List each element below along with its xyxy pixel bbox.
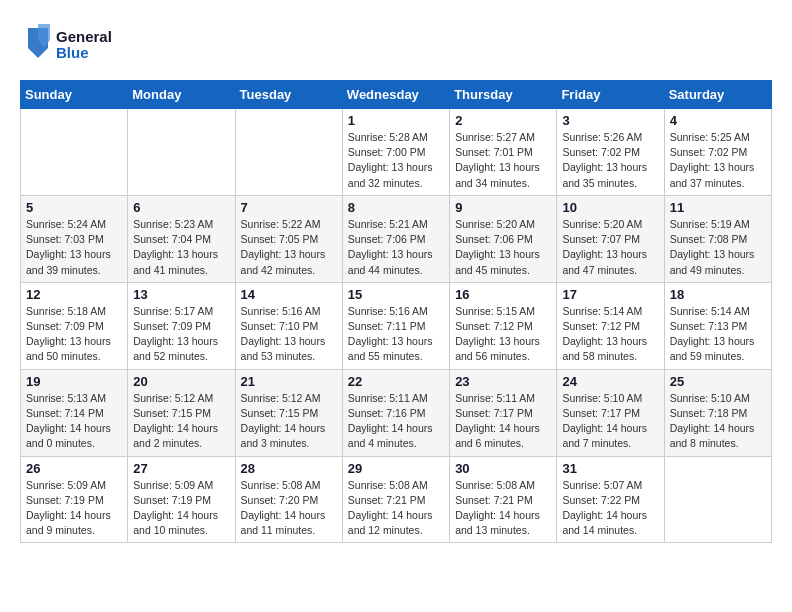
calendar-cell xyxy=(21,109,128,196)
calendar-cell: 27Sunrise: 5:09 AM Sunset: 7:19 PM Dayli… xyxy=(128,456,235,543)
svg-text:Blue: Blue xyxy=(56,44,89,61)
day-info: Sunrise: 5:16 AM Sunset: 7:11 PM Dayligh… xyxy=(348,304,444,365)
calendar-cell: 13Sunrise: 5:17 AM Sunset: 7:09 PM Dayli… xyxy=(128,282,235,369)
day-info: Sunrise: 5:18 AM Sunset: 7:09 PM Dayligh… xyxy=(26,304,122,365)
day-info: Sunrise: 5:11 AM Sunset: 7:16 PM Dayligh… xyxy=(348,391,444,452)
logo: General Blue xyxy=(20,20,130,70)
day-number: 15 xyxy=(348,287,444,302)
calendar-cell xyxy=(664,456,771,543)
calendar-cell: 12Sunrise: 5:18 AM Sunset: 7:09 PM Dayli… xyxy=(21,282,128,369)
day-number: 17 xyxy=(562,287,658,302)
day-info: Sunrise: 5:10 AM Sunset: 7:17 PM Dayligh… xyxy=(562,391,658,452)
day-info: Sunrise: 5:20 AM Sunset: 7:06 PM Dayligh… xyxy=(455,217,551,278)
calendar-cell: 22Sunrise: 5:11 AM Sunset: 7:16 PM Dayli… xyxy=(342,369,449,456)
calendar-cell: 24Sunrise: 5:10 AM Sunset: 7:17 PM Dayli… xyxy=(557,369,664,456)
weekday-header-wednesday: Wednesday xyxy=(342,81,449,109)
calendar-cell: 15Sunrise: 5:16 AM Sunset: 7:11 PM Dayli… xyxy=(342,282,449,369)
day-number: 7 xyxy=(241,200,337,215)
day-info: Sunrise: 5:08 AM Sunset: 7:21 PM Dayligh… xyxy=(348,478,444,539)
day-number: 12 xyxy=(26,287,122,302)
weekday-header-sunday: Sunday xyxy=(21,81,128,109)
day-info: Sunrise: 5:25 AM Sunset: 7:02 PM Dayligh… xyxy=(670,130,766,191)
day-info: Sunrise: 5:27 AM Sunset: 7:01 PM Dayligh… xyxy=(455,130,551,191)
calendar-cell: 20Sunrise: 5:12 AM Sunset: 7:15 PM Dayli… xyxy=(128,369,235,456)
day-info: Sunrise: 5:09 AM Sunset: 7:19 PM Dayligh… xyxy=(133,478,229,539)
day-number: 16 xyxy=(455,287,551,302)
day-number: 30 xyxy=(455,461,551,476)
calendar-cell: 28Sunrise: 5:08 AM Sunset: 7:20 PM Dayli… xyxy=(235,456,342,543)
day-number: 24 xyxy=(562,374,658,389)
day-number: 22 xyxy=(348,374,444,389)
day-number: 28 xyxy=(241,461,337,476)
day-info: Sunrise: 5:14 AM Sunset: 7:12 PM Dayligh… xyxy=(562,304,658,365)
day-number: 19 xyxy=(26,374,122,389)
calendar-cell: 14Sunrise: 5:16 AM Sunset: 7:10 PM Dayli… xyxy=(235,282,342,369)
weekday-header-tuesday: Tuesday xyxy=(235,81,342,109)
day-number: 20 xyxy=(133,374,229,389)
day-number: 13 xyxy=(133,287,229,302)
calendar-cell xyxy=(128,109,235,196)
day-number: 9 xyxy=(455,200,551,215)
day-info: Sunrise: 5:12 AM Sunset: 7:15 PM Dayligh… xyxy=(241,391,337,452)
day-number: 31 xyxy=(562,461,658,476)
day-number: 3 xyxy=(562,113,658,128)
calendar-cell: 31Sunrise: 5:07 AM Sunset: 7:22 PM Dayli… xyxy=(557,456,664,543)
day-info: Sunrise: 5:08 AM Sunset: 7:21 PM Dayligh… xyxy=(455,478,551,539)
calendar-cell: 3Sunrise: 5:26 AM Sunset: 7:02 PM Daylig… xyxy=(557,109,664,196)
day-info: Sunrise: 5:19 AM Sunset: 7:08 PM Dayligh… xyxy=(670,217,766,278)
calendar-cell: 7Sunrise: 5:22 AM Sunset: 7:05 PM Daylig… xyxy=(235,195,342,282)
calendar-cell: 1Sunrise: 5:28 AM Sunset: 7:00 PM Daylig… xyxy=(342,109,449,196)
day-info: Sunrise: 5:23 AM Sunset: 7:04 PM Dayligh… xyxy=(133,217,229,278)
calendar-cell: 2Sunrise: 5:27 AM Sunset: 7:01 PM Daylig… xyxy=(450,109,557,196)
day-number: 25 xyxy=(670,374,766,389)
calendar-cell: 9Sunrise: 5:20 AM Sunset: 7:06 PM Daylig… xyxy=(450,195,557,282)
logo-svg: General Blue xyxy=(20,20,130,70)
calendar-cell: 8Sunrise: 5:21 AM Sunset: 7:06 PM Daylig… xyxy=(342,195,449,282)
calendar-cell: 23Sunrise: 5:11 AM Sunset: 7:17 PM Dayli… xyxy=(450,369,557,456)
day-info: Sunrise: 5:22 AM Sunset: 7:05 PM Dayligh… xyxy=(241,217,337,278)
calendar-cell: 21Sunrise: 5:12 AM Sunset: 7:15 PM Dayli… xyxy=(235,369,342,456)
day-number: 23 xyxy=(455,374,551,389)
day-number: 29 xyxy=(348,461,444,476)
weekday-header-monday: Monday xyxy=(128,81,235,109)
day-info: Sunrise: 5:24 AM Sunset: 7:03 PM Dayligh… xyxy=(26,217,122,278)
day-info: Sunrise: 5:17 AM Sunset: 7:09 PM Dayligh… xyxy=(133,304,229,365)
day-number: 11 xyxy=(670,200,766,215)
weekday-header-thursday: Thursday xyxy=(450,81,557,109)
calendar-cell: 11Sunrise: 5:19 AM Sunset: 7:08 PM Dayli… xyxy=(664,195,771,282)
day-number: 26 xyxy=(26,461,122,476)
calendar-cell xyxy=(235,109,342,196)
weekday-header-friday: Friday xyxy=(557,81,664,109)
day-info: Sunrise: 5:07 AM Sunset: 7:22 PM Dayligh… xyxy=(562,478,658,539)
calendar-table: SundayMondayTuesdayWednesdayThursdayFrid… xyxy=(20,80,772,543)
calendar-cell: 4Sunrise: 5:25 AM Sunset: 7:02 PM Daylig… xyxy=(664,109,771,196)
day-info: Sunrise: 5:14 AM Sunset: 7:13 PM Dayligh… xyxy=(670,304,766,365)
calendar-cell: 25Sunrise: 5:10 AM Sunset: 7:18 PM Dayli… xyxy=(664,369,771,456)
day-number: 6 xyxy=(133,200,229,215)
day-number: 5 xyxy=(26,200,122,215)
calendar-cell: 5Sunrise: 5:24 AM Sunset: 7:03 PM Daylig… xyxy=(21,195,128,282)
calendar-cell: 10Sunrise: 5:20 AM Sunset: 7:07 PM Dayli… xyxy=(557,195,664,282)
day-info: Sunrise: 5:21 AM Sunset: 7:06 PM Dayligh… xyxy=(348,217,444,278)
calendar-cell: 16Sunrise: 5:15 AM Sunset: 7:12 PM Dayli… xyxy=(450,282,557,369)
day-number: 1 xyxy=(348,113,444,128)
day-info: Sunrise: 5:10 AM Sunset: 7:18 PM Dayligh… xyxy=(670,391,766,452)
day-info: Sunrise: 5:08 AM Sunset: 7:20 PM Dayligh… xyxy=(241,478,337,539)
calendar-cell: 30Sunrise: 5:08 AM Sunset: 7:21 PM Dayli… xyxy=(450,456,557,543)
day-number: 4 xyxy=(670,113,766,128)
day-info: Sunrise: 5:20 AM Sunset: 7:07 PM Dayligh… xyxy=(562,217,658,278)
day-info: Sunrise: 5:13 AM Sunset: 7:14 PM Dayligh… xyxy=(26,391,122,452)
day-info: Sunrise: 5:28 AM Sunset: 7:00 PM Dayligh… xyxy=(348,130,444,191)
calendar-cell: 6Sunrise: 5:23 AM Sunset: 7:04 PM Daylig… xyxy=(128,195,235,282)
calendar-cell: 26Sunrise: 5:09 AM Sunset: 7:19 PM Dayli… xyxy=(21,456,128,543)
day-number: 27 xyxy=(133,461,229,476)
day-number: 18 xyxy=(670,287,766,302)
calendar-cell: 29Sunrise: 5:08 AM Sunset: 7:21 PM Dayli… xyxy=(342,456,449,543)
calendar-cell: 19Sunrise: 5:13 AM Sunset: 7:14 PM Dayli… xyxy=(21,369,128,456)
day-info: Sunrise: 5:11 AM Sunset: 7:17 PM Dayligh… xyxy=(455,391,551,452)
calendar-cell: 17Sunrise: 5:14 AM Sunset: 7:12 PM Dayli… xyxy=(557,282,664,369)
day-number: 14 xyxy=(241,287,337,302)
svg-text:General: General xyxy=(56,28,112,45)
day-number: 8 xyxy=(348,200,444,215)
day-info: Sunrise: 5:09 AM Sunset: 7:19 PM Dayligh… xyxy=(26,478,122,539)
